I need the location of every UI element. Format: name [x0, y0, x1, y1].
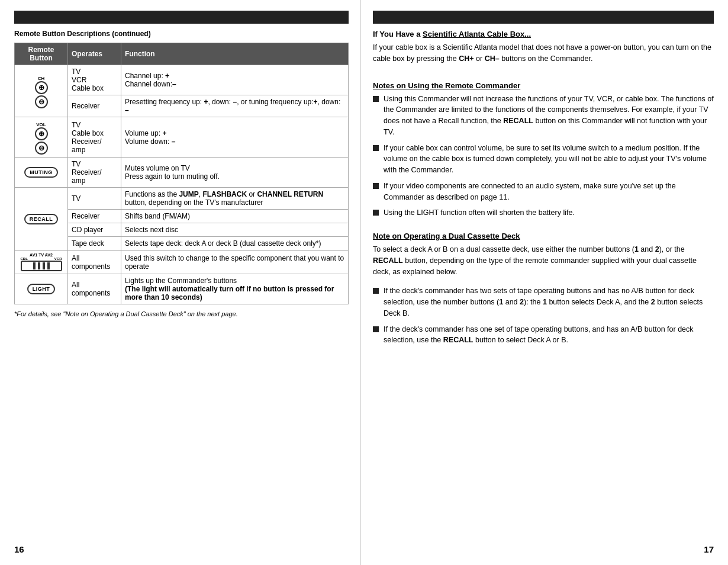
- dual-deck-body: To select a deck A or B on a dual casset…: [373, 244, 714, 277]
- operates-recall-receiver: Receiver: [68, 210, 121, 223]
- table-row: VOL ⊕ ⊖ TVCable boxReceiver/amp Volume u…: [15, 117, 349, 158]
- header-button: Remote Button: [15, 43, 68, 65]
- button-vol: VOL ⊕ ⊖: [15, 117, 68, 158]
- left-black-bar: [14, 11, 349, 24]
- vol-icon: VOL ⊕ ⊖: [35, 122, 48, 155]
- table-row: LIGHT Allcomponents Lights up the Comman…: [15, 274, 349, 304]
- bullet-square-3: [373, 183, 379, 189]
- ch-icon: CH ⊕ ⊖: [35, 76, 48, 108]
- button-muting: MUTING: [15, 158, 68, 188]
- header-function: Function: [121, 43, 349, 65]
- function-muting: Mutes volume on TVPress again to turn mu…: [121, 158, 349, 188]
- button-recall: RECALL: [15, 188, 68, 251]
- dual-deck-title: Note on Operating a Dual Cassette Deck: [373, 232, 714, 240]
- light-icon: LIGHT: [27, 284, 56, 294]
- table-row: CH ⊕ ⊖ TVVCRCable box Channel up: +Chann…: [15, 65, 349, 95]
- function-recall-tape: Selects tape deck: deck A or deck B (dua…: [121, 237, 349, 251]
- operates-recall-cd: CD player: [68, 223, 121, 237]
- notes-bullet-1: Using this Commander will not increase t…: [373, 94, 714, 138]
- function-recall-tv: Functions as the JUMP, FLASHBACK or CHAN…: [121, 188, 349, 210]
- recall-icon: RECALL: [24, 214, 59, 224]
- bullet-square-1: [373, 96, 379, 102]
- dual-deck-section: Note on Operating a Dual Cassette Deck T…: [373, 232, 714, 351]
- header-operates: Operates: [68, 43, 121, 65]
- table-row: AV1 TV AV2 CBL VCR Allcomponents Used th…: [15, 251, 349, 274]
- function-recall-cd: Selects next disc: [121, 223, 349, 237]
- button-switch: AV1 TV AV2 CBL VCR: [15, 251, 68, 274]
- function-ch: Channel up: +Channel down:–: [121, 65, 349, 95]
- footnote: *For details, see "Note on Operating a D…: [14, 310, 349, 317]
- right-black-bar: [373, 11, 714, 24]
- dual-deck-bullet-2: If the deck's commander has one set of t…: [373, 324, 714, 346]
- bullet-square-2: [373, 145, 379, 151]
- bullet-square-6: [373, 326, 379, 332]
- cable-box-body: If your cable box is a Scientific Atlant…: [373, 42, 714, 65]
- table-row: RECALL TV Functions as the JUMP, FLASHBA…: [15, 188, 349, 210]
- operates-recall-tape: Tape deck: [68, 237, 121, 251]
- notes-bullet-3: If your video components are connected t…: [373, 181, 714, 203]
- switch-icon: [21, 261, 62, 271]
- cable-box-section: If You Have a Scientific Atlanta Cable B…: [373, 30, 714, 73]
- operates-light: Allcomponents: [68, 274, 121, 304]
- function-ch-receiver: Presetting frequency up: +, down: –, or …: [121, 95, 349, 117]
- bullet-square-4: [373, 210, 379, 216]
- notes-bullet-2: If your cable box can control volume, be…: [373, 143, 714, 176]
- notes-section: Notes on Using the Remote Commander Usin…: [373, 81, 714, 224]
- remote-table: Remote Button Operates Function CH ⊕ ⊖ T…: [14, 43, 349, 304]
- table-row: MUTING TVReceiver/amp Mutes volume on TV…: [15, 158, 349, 188]
- page-left: Remote Button Descriptions (continued) R…: [0, 0, 361, 565]
- button-light: LIGHT: [15, 274, 68, 304]
- notes-title: Notes on Using the Remote Commander: [373, 81, 714, 90]
- page-right: If You Have a Scientific Atlanta Cable B…: [361, 0, 728, 565]
- operates-receiver: Receiver: [68, 95, 121, 117]
- function-light: Lights up the Commander's buttons(The li…: [121, 274, 349, 304]
- dual-deck-bullet-1: If the deck's commander has two sets of …: [373, 285, 714, 319]
- operates-muting: TVReceiver/amp: [68, 158, 121, 188]
- function-vol: Volume up: +Volume down: –: [121, 117, 349, 158]
- operates-tv-vcr-cable: TVVCRCable box: [68, 65, 121, 95]
- bullet-square-5: [373, 288, 379, 294]
- notes-bullet-4: Using the LIGHT function often will shor…: [373, 207, 714, 219]
- button-ch: CH ⊕ ⊖: [15, 65, 68, 117]
- function-recall-receiver: Shifts band (FM/AM): [121, 210, 349, 223]
- function-switch: Used this switch to change to the specif…: [121, 251, 349, 274]
- muting-icon: MUTING: [24, 167, 58, 178]
- operates-recall-tv: TV: [68, 188, 121, 210]
- page-number-left: 16: [14, 544, 24, 554]
- operates-switch: Allcomponents: [68, 251, 121, 274]
- left-section-title: Remote Button Descriptions (continued): [14, 30, 349, 38]
- operates-vol: TVCable boxReceiver/amp: [68, 117, 121, 158]
- cable-box-title: If You Have a Scientific Atlanta Cable B…: [373, 30, 714, 38]
- page-number-right: 17: [704, 544, 714, 554]
